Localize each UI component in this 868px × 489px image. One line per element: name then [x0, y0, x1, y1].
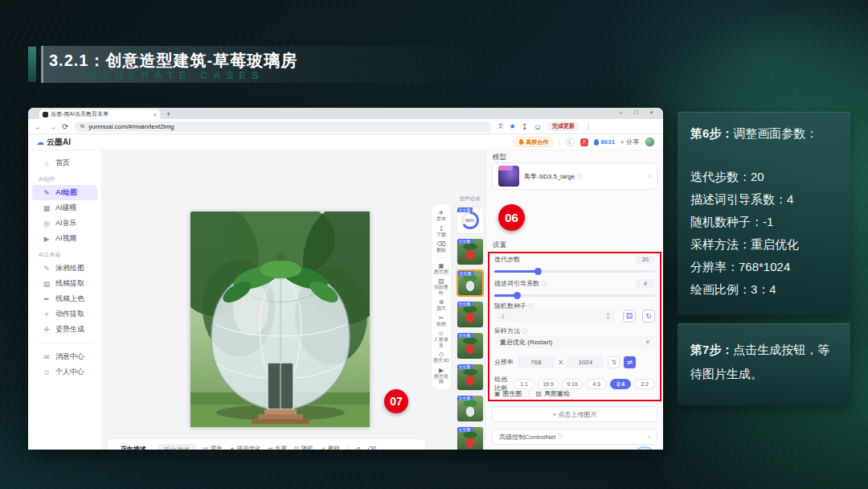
seed-random-button[interactable]: ⚄ — [623, 310, 636, 323]
cube-3d-icon: ◇ — [439, 351, 444, 358]
tab-close-icon[interactable]: × — [154, 112, 157, 117]
user-badge-icon[interactable]: 人 — [580, 138, 588, 146]
model-card[interactable]: 美学-SD3.5_large ⓘ › — [492, 162, 657, 190]
coop-badge[interactable]: 高校合作 — [514, 137, 554, 147]
sidebar-item-messages[interactable]: ✉消息中心 — [32, 349, 97, 364]
tab-positive-prompt[interactable]: 正向描述 — [114, 443, 153, 450]
chrome-update-button[interactable]: 完成更新 — [547, 121, 579, 131]
bookmark-star-icon[interactable]: ★ — [509, 122, 515, 130]
window-controls[interactable]: – □ × — [620, 109, 658, 116]
app-logo[interactable]: ☁ 云墨AI — [36, 137, 71, 148]
profile-icon[interactable]: ☺ — [534, 122, 542, 131]
upload-image-button[interactable]: + 点击上传图片 — [492, 406, 657, 422]
tool-inpaint[interactable]: ▨局部重绘 — [433, 277, 449, 295]
app-body: ⌂首页 AI创作 ✎AI绘图 ▦AI建模 ◎AI音乐 ▶AI视频 AI工具箱 ✎… — [28, 150, 663, 450]
ratio-4-3[interactable]: 4:3 — [586, 379, 607, 389]
iteration-slider-knob[interactable] — [534, 268, 542, 275]
browser-tab[interactable]: 云墨-用AI点亮教育未来 × — [39, 109, 160, 119]
ink-balance[interactable]: 8631 — [594, 138, 615, 146]
clear-icon[interactable]: ⌫ — [367, 446, 376, 450]
guidance-slider-knob[interactable] — [514, 292, 521, 299]
tool-delete[interactable]: ⌫删除 — [433, 240, 449, 253]
step6-line: 描述词引导系数：4 — [690, 188, 837, 211]
sidebar-item-doodle[interactable]: ✎涂鸦绘图 — [32, 261, 97, 276]
guidance-slider[interactable] — [494, 294, 655, 297]
avatar[interactable] — [645, 137, 655, 147]
word-bank-button[interactable]: ▤词库 — [203, 445, 223, 450]
sidebar-item-lineart-extract[interactable]: ▤线稿提取 — [32, 276, 97, 291]
history-thumbnail[interactable]: 文生图 — [457, 238, 484, 265]
generated-image[interactable] — [190, 212, 370, 427]
inpaint-icon: ▨ — [438, 277, 444, 285]
person-icon: ☺ — [43, 368, 51, 376]
back-icon[interactable]: ← — [35, 122, 43, 131]
tool-download[interactable]: ↧下载 — [433, 225, 449, 238]
tool-img-to-video[interactable]: ▶图生视频 — [433, 367, 449, 384]
guidance-row: 描述词引导系数 ⓘ 4 — [494, 279, 655, 288]
random-button[interactable]: ⚄随机 — [294, 445, 313, 450]
sidebar-item-profile[interactable]: ☺个人中心 — [32, 364, 97, 380]
history-progress-item[interactable]: 文生图 66% — [457, 207, 484, 234]
tool-img-to-3d[interactable]: ◇图生3D — [433, 351, 449, 364]
ratio-9-16[interactable]: 9:16 — [562, 379, 583, 389]
swap-dimensions-icon[interactable]: ⇅ — [608, 356, 620, 368]
iteration-row: 迭代步数 20 — [494, 255, 655, 264]
sidebar-item-ai-video[interactable]: ▶AI视频 — [32, 231, 97, 246]
slide: 3.2.1：创意造型建筑-草莓玻璃房 GENERATE CASES 云墨-用AI… — [0, 0, 868, 489]
history-thumbnail-selected[interactable]: 文生图 — [457, 269, 484, 297]
ratio-1-1[interactable]: 1:1 — [514, 379, 534, 389]
download-icon[interactable]: ↧ — [521, 122, 527, 131]
sidebar-item-motion-extract[interactable]: ⚡动作提取 — [32, 306, 97, 322]
reverse-infer-button[interactable]: ⇄反推 — [268, 445, 287, 450]
ratio-3-2[interactable]: 3:2 — [634, 379, 655, 389]
dark-mode-icon[interactable]: ☾ — [566, 138, 575, 146]
iteration-slider[interactable] — [494, 270, 655, 273]
ratio-3-4-selected[interactable]: 3:4 — [610, 379, 631, 389]
chevron-right-icon: › — [649, 172, 651, 180]
undo-icon[interactable]: ↺ — [355, 446, 360, 450]
link-dimensions-icon[interactable]: ⇄ — [624, 356, 636, 368]
sidebar-item-ai-draw[interactable]: ✎AI绘图 — [32, 185, 97, 200]
seed-refresh-button[interactable]: ↻ — [642, 310, 655, 323]
ink-count: 8631 — [600, 138, 615, 146]
sidebar-item-home[interactable]: ⌂首页 — [32, 155, 97, 171]
tutorial-button[interactable]: ☀教程 — [321, 445, 340, 450]
history-thumbnail[interactable]: 文生图 — [457, 301, 484, 328]
tool-cutout[interactable]: ✂抠图 — [433, 314, 449, 327]
translate-icon[interactable]: 文 — [497, 122, 503, 130]
controlnet-card[interactable]: 高级控制ControlNet ⓘ › — [492, 429, 657, 445]
tab-negative-prompt[interactable]: 反向描述 — [158, 444, 196, 450]
history-thumbnail[interactable]: 文生图 — [457, 426, 484, 450]
prompt-optimize-button[interactable]: ✦描述优化 — [230, 445, 261, 450]
tool-img2img[interactable]: ▣图生图 — [433, 262, 449, 275]
seed-input[interactable]: -1 ▲▼ — [494, 310, 615, 323]
history-thumbnail[interactable]: 文生图 — [457, 395, 484, 422]
share-button[interactable]: < 分享 — [620, 138, 639, 146]
history-thumbnail[interactable]: 文生图 — [457, 364, 484, 391]
sidebar-item-ai-music[interactable]: ◎AI音乐 — [32, 216, 97, 231]
sidebar-item-lineart-color[interactable]: ✒线稿上色 — [32, 291, 97, 306]
assistant-mascot[interactable] — [631, 446, 658, 450]
sidebar-section-create: AI创作 — [28, 171, 101, 185]
history-thumbnail[interactable]: 文生图 — [457, 332, 484, 360]
tool-publish[interactable]: ✈发布 — [433, 209, 449, 222]
forward-icon[interactable]: → — [48, 122, 56, 131]
browser-menu-icon[interactable]: ⋮ — [585, 123, 592, 130]
height-input[interactable]: 1024 — [567, 356, 604, 368]
sidebar-item-pose-gen[interactable]: ✛姿势生成 — [32, 322, 97, 337]
tool-upscale[interactable]: ⊕放大 — [433, 298, 449, 311]
sampler-select[interactable]: 重启优化 (Restart) ▾ — [494, 335, 655, 348]
width-input[interactable]: 768 — [518, 356, 555, 368]
coop-badge-label: 高校合作 — [526, 138, 548, 146]
new-tab-button[interactable]: + — [166, 110, 170, 118]
tool-face-restore[interactable]: ☺人脸修复 — [433, 330, 449, 347]
doodle-icon: ✎ — [43, 265, 51, 273]
refresh-icon[interactable]: ⟳ — [62, 122, 68, 131]
ratio-16-9[interactable]: 16:9 — [538, 379, 559, 389]
sidebar-item-ai-model[interactable]: ▦AI建模 — [32, 200, 97, 216]
img2img-tab[interactable]: ▣图生图 — [494, 389, 522, 398]
inpaint-tab[interactable]: ▨局部重绘 — [536, 389, 571, 398]
address-bar[interactable]: ⇆ yunmoai.com/#/main/text2img — [74, 121, 492, 132]
site-settings-icon[interactable]: ⇆ — [80, 123, 84, 129]
seed-stepper[interactable]: ▲▼ — [606, 312, 610, 320]
